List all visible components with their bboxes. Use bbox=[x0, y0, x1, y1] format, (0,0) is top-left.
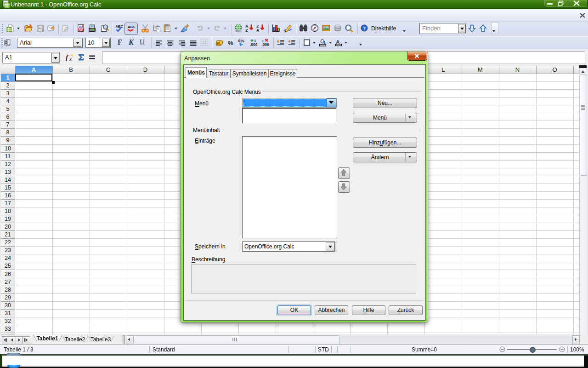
svg-text:$%: $% bbox=[238, 38, 244, 43]
svg-text:ABC: ABC bbox=[128, 25, 135, 29]
svg-text:.000: .000 bbox=[262, 42, 270, 46]
svg-text:%: % bbox=[228, 40, 233, 46]
svg-text:?: ? bbox=[363, 26, 366, 31]
svg-text:A: A bbox=[336, 39, 339, 45]
svg-text:.000: .000 bbox=[250, 42, 258, 46]
svg-text:x: x bbox=[69, 57, 72, 62]
svg-text:A: A bbox=[256, 28, 260, 32]
svg-text:ABC: ABC bbox=[115, 24, 123, 29]
svg-text:PDF: PDF bbox=[79, 29, 83, 31]
svg-text:Z: Z bbox=[245, 28, 248, 32]
